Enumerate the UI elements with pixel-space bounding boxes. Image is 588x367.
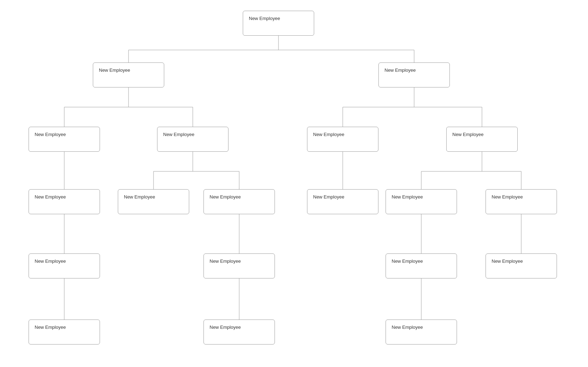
node-l4d[interactable]: New Employee: [486, 253, 557, 278]
node-l3a[interactable]: New Employee: [29, 189, 100, 214]
node-l1b[interactable]: New Employee: [378, 62, 450, 87]
node-l3c[interactable]: New Employee: [203, 189, 275, 214]
node-l3b[interactable]: New Employee: [118, 189, 189, 214]
node-l2c[interactable]: New Employee: [307, 127, 378, 152]
node-l4a[interactable]: New Employee: [29, 253, 100, 278]
connectors-svg: [0, 0, 588, 367]
org-chart: New Employee New Employee New Employee N…: [0, 0, 588, 367]
node-l5a[interactable]: New Employee: [29, 320, 100, 345]
node-root[interactable]: New Employee: [243, 11, 314, 36]
node-l3d[interactable]: New Employee: [307, 189, 378, 214]
node-l2a[interactable]: New Employee: [29, 127, 100, 152]
node-l2d[interactable]: New Employee: [446, 127, 518, 152]
node-l3e[interactable]: New Employee: [386, 189, 457, 214]
node-l4b[interactable]: New Employee: [203, 253, 275, 278]
node-l3f[interactable]: New Employee: [486, 189, 557, 214]
node-l1a[interactable]: New Employee: [93, 62, 164, 87]
node-l4c[interactable]: New Employee: [386, 253, 457, 278]
node-l5c[interactable]: New Employee: [386, 320, 457, 345]
node-l2b[interactable]: New Employee: [157, 127, 228, 152]
node-l5b[interactable]: New Employee: [203, 320, 275, 345]
